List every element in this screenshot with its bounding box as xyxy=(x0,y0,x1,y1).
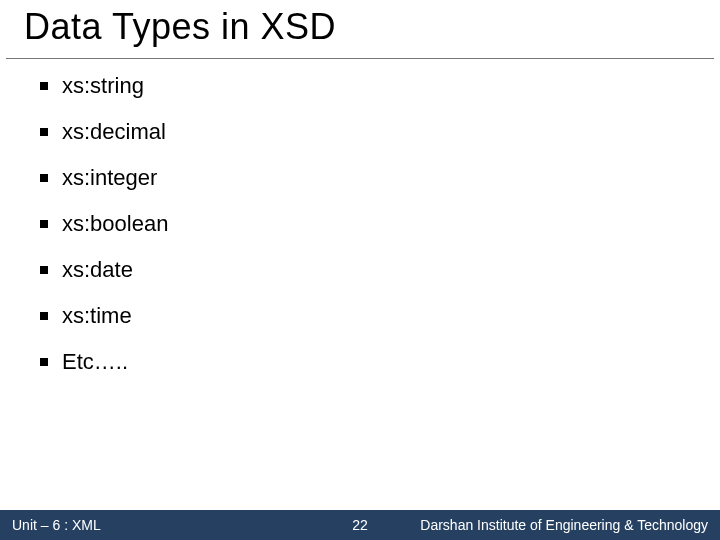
list-item: xs:date xyxy=(40,257,680,283)
slide-title: Data Types in XSD xyxy=(6,0,714,59)
square-bullet-icon xyxy=(40,128,48,136)
list-item-text: xs:string xyxy=(62,73,144,99)
list-item-text: xs:integer xyxy=(62,165,157,191)
square-bullet-icon xyxy=(40,312,48,320)
list-item: xs:boolean xyxy=(40,211,680,237)
list-item-text: xs:decimal xyxy=(62,119,166,145)
list-item: Etc….. xyxy=(40,349,680,375)
list-item: xs:string xyxy=(40,73,680,99)
list-item: xs:integer xyxy=(40,165,680,191)
square-bullet-icon xyxy=(40,82,48,90)
slide-content: xs:string xs:decimal xs:integer xs:boole… xyxy=(0,59,720,409)
list-item-text: xs:date xyxy=(62,257,133,283)
list-item-text: xs:boolean xyxy=(62,211,168,237)
list-item-text: xs:time xyxy=(62,303,132,329)
footer-unit-label: Unit – 6 : XML xyxy=(0,517,101,533)
square-bullet-icon xyxy=(40,358,48,366)
slide-footer: Unit – 6 : XML 22 Darshan Institute of E… xyxy=(0,510,720,540)
square-bullet-icon xyxy=(40,266,48,274)
square-bullet-icon xyxy=(40,174,48,182)
bullet-list: xs:string xs:decimal xs:integer xs:boole… xyxy=(40,73,680,375)
list-item: xs:time xyxy=(40,303,680,329)
square-bullet-icon xyxy=(40,220,48,228)
list-item-text: Etc….. xyxy=(62,349,128,375)
footer-institute: Darshan Institute of Engineering & Techn… xyxy=(420,517,720,533)
list-item: xs:decimal xyxy=(40,119,680,145)
